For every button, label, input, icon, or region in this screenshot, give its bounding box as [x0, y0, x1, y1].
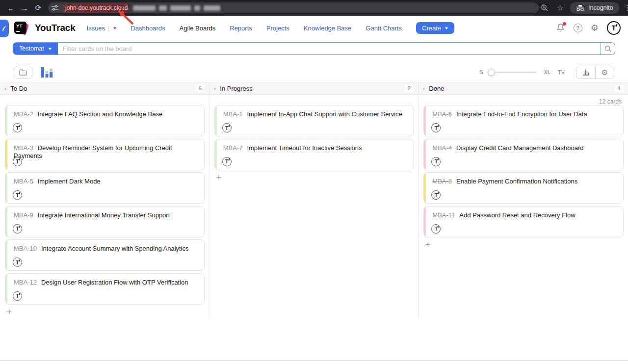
issue-title[interactable]: Integrate FAQ Section and Knowledge Base: [38, 110, 162, 118]
issue-card[interactable]: MBA-9Integrate International Money Trans…: [5, 206, 205, 237]
assignee-avatar[interactable]: T: [431, 190, 441, 200]
issue-card[interactable]: MBA-1Implement In-App Chat Support with …: [214, 105, 414, 136]
add-card-button[interactable]: +: [5, 308, 14, 316]
issue-card[interactable]: MBA-12Design User Registration Flow with…: [5, 273, 205, 305]
issue-card[interactable]: MBA-11Add Password Reset and Recovery Fl…: [423, 206, 624, 237]
issue-title[interactable]: Display Credit Card Management Dashboard: [456, 144, 583, 152]
assignee-avatar[interactable]: T: [222, 123, 232, 132]
board-settings-button[interactable]: ⚙: [595, 66, 614, 78]
user-avatar[interactable]: T: [607, 21, 621, 35]
search-icon: [604, 45, 612, 52]
help-icon[interactable]: ?: [574, 24, 582, 32]
issue-id[interactable]: MBA-10: [14, 245, 37, 252]
nav-item-gantt-charts[interactable]: Gantt Charts: [366, 25, 402, 32]
reload-button[interactable]: ⟳: [32, 2, 44, 14]
assignee-avatar[interactable]: T: [431, 224, 441, 234]
feather-icon: [2, 26, 7, 32]
issue-title[interactable]: Integrate End-to-End Encryption for User…: [456, 110, 587, 118]
nav-item-reports[interactable]: Reports: [230, 25, 252, 32]
issue-id[interactable]: MBA-7: [223, 144, 243, 152]
header-actions: ? ⚙ T: [556, 21, 621, 35]
assignee-avatar[interactable]: T: [13, 224, 22, 234]
issue-card[interactable]: MBA-2Integrate FAQ Section and Knowledge…: [5, 105, 205, 136]
browser-nav-buttons: ← → ⟳: [5, 2, 44, 14]
collapse-chevron-icon[interactable]: ‹: [423, 85, 425, 92]
issue-card[interactable]: MBA-8Enable Payment Confirmation Notific…: [423, 172, 624, 204]
issue-id[interactable]: MBA-2: [14, 110, 33, 118]
issue-title[interactable]: Integrate Account Summary with Spending …: [41, 245, 189, 252]
issue-id[interactable]: MBA-12: [14, 279, 37, 286]
issue-card[interactable]: MBA-5Implement Dark ModeT: [5, 172, 205, 204]
assignee-avatar[interactable]: T: [13, 291, 22, 301]
zoom-page-icon[interactable]: [539, 2, 550, 14]
burndown-chart-button[interactable]: [576, 66, 595, 78]
column-count-badge: 6: [196, 85, 205, 92]
issue-card[interactable]: MBA-10Integrate Account Summary with Spe…: [5, 239, 205, 271]
column-name: Done: [429, 85, 444, 92]
issue-title[interactable]: Enable Payment Confirmation Notification…: [456, 178, 577, 185]
issue-title[interactable]: Implement In-App Chat Support with Custo…: [247, 110, 402, 118]
issue-id[interactable]: MBA-5: [14, 178, 33, 185]
board-selector-button[interactable]: Testomat ▼: [13, 43, 58, 54]
collapse-chevron-icon[interactable]: ‹: [214, 85, 216, 92]
add-card-button[interactable]: +: [214, 173, 223, 182]
assignee-avatar[interactable]: T: [13, 190, 22, 200]
issue-card[interactable]: MBA-7Implement Timeout for Inactive Sess…: [214, 139, 414, 170]
backlog-folder-button[interactable]: [14, 66, 32, 79]
issue-id[interactable]: MBA-4: [432, 144, 452, 152]
slider-knob[interactable]: [488, 69, 495, 76]
filter-cards-input[interactable]: [58, 43, 601, 54]
annotation-arrow: [114, 8, 138, 27]
nav-item-projects[interactable]: Projects: [266, 25, 289, 32]
issue-id[interactable]: MBA-8: [432, 178, 452, 185]
issues-label[interactable]: Issues: [87, 25, 105, 32]
column-header-todo[interactable]: ‹ To Do 6: [0, 82, 209, 94]
issue-id[interactable]: MBA-11: [432, 211, 455, 219]
avatar-tick: [19, 125, 20, 127]
forward-button[interactable]: →: [19, 2, 30, 14]
issue-title[interactable]: Implement Dark Mode: [38, 178, 101, 185]
create-button[interactable]: Create ▼: [416, 22, 454, 34]
chart-view-toggle[interactable]: [41, 67, 53, 78]
add-card-button[interactable]: +: [423, 240, 432, 249]
issue-title[interactable]: Design User Registration Flow with OTP V…: [41, 279, 188, 286]
settings-gear-icon[interactable]: ⚙: [591, 24, 599, 32]
nav-item-issues[interactable]: Issues | ▼: [87, 25, 117, 32]
column-header-in-progress[interactable]: ‹ In Progress 2: [209, 82, 419, 94]
issue-title[interactable]: Develop Reminder System for Upcoming Cre…: [14, 144, 172, 159]
issue-card[interactable]: MBA-4Display Credit Card Management Dash…: [423, 139, 624, 170]
issue-title[interactable]: Add Password Reset and Recovery Flow: [459, 211, 575, 219]
issue-id[interactable]: MBA-6: [432, 110, 452, 118]
issue-card[interactable]: MBA-6Integrate End-to-End Encryption for…: [423, 105, 624, 136]
issue-title[interactable]: Integrate International Money Transfer S…: [38, 211, 170, 219]
assignee-avatar[interactable]: T: [431, 123, 441, 132]
feedback-tab[interactable]: [0, 20, 9, 37]
card-size-slider[interactable]: [487, 72, 536, 73]
logo-badge: YT: [14, 22, 26, 34]
assignee-avatar[interactable]: T: [13, 258, 22, 267]
issue-id[interactable]: MBA-3: [14, 144, 33, 152]
site-settings-icon[interactable]: [50, 4, 60, 12]
assignee-avatar[interactable]: T: [431, 157, 441, 166]
issue-title[interactable]: Implement Timeout for Inactive Sessions: [247, 144, 362, 152]
tv-mode-button[interactable]: TV: [558, 69, 565, 75]
issue-id[interactable]: MBA-1: [223, 110, 243, 118]
collapse-chevron-icon[interactable]: ‹: [4, 85, 6, 92]
browser-menu-icon[interactable]: ⋮: [623, 3, 628, 12]
avatar-tick: [19, 192, 20, 194]
assignee-avatar[interactable]: T: [222, 157, 232, 166]
column-header-done[interactable]: ‹ Done 4: [419, 82, 628, 94]
assignee-avatar[interactable]: T: [13, 123, 22, 132]
assignee-avatar[interactable]: T: [13, 157, 22, 166]
notifications-bell-icon[interactable]: [556, 23, 565, 33]
nav-item-knowledge-base[interactable]: Knowledge Base: [304, 25, 352, 32]
bookmark-star-icon[interactable]: ☆: [554, 2, 566, 14]
issue-card[interactable]: MBA-3Develop Reminder System for Upcomin…: [5, 139, 205, 170]
youtrack-logo[interactable]: YT: [14, 21, 29, 35]
issue-id[interactable]: MBA-9: [14, 211, 33, 219]
search-button[interactable]: [601, 43, 615, 54]
nav-item-agile-boards[interactable]: Agile Boards: [180, 25, 216, 32]
board-controls: S XL TV ⚙: [14, 65, 614, 79]
back-button[interactable]: ←: [5, 2, 17, 14]
youtrack-header: YT YouTrack Issues | ▼ Dashboards Agile …: [0, 16, 628, 40]
